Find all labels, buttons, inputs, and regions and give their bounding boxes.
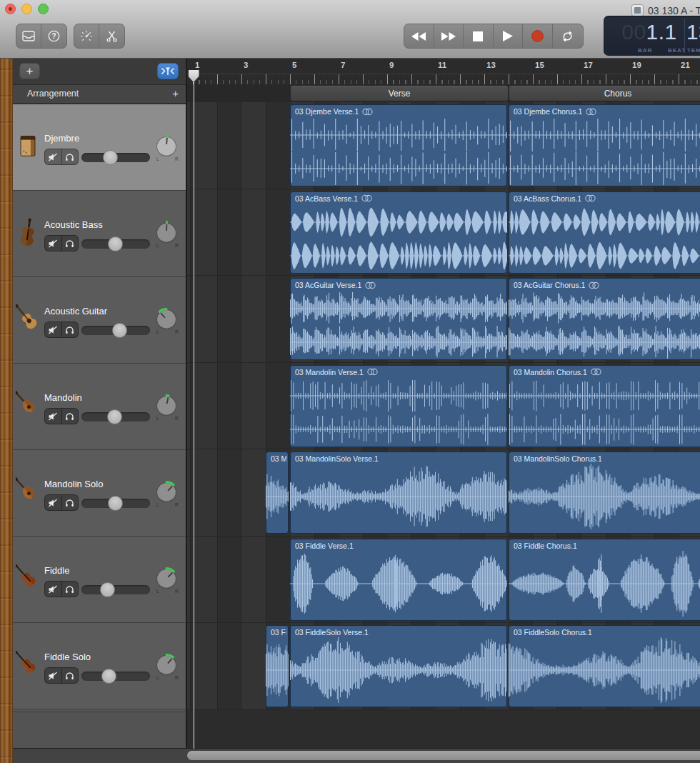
mute-button[interactable] bbox=[45, 322, 62, 337]
forward-icon bbox=[441, 32, 456, 41]
volume-slider[interactable] bbox=[81, 669, 150, 684]
tuner-button[interactable] bbox=[74, 24, 99, 48]
track-name: Djembre bbox=[44, 133, 79, 144]
forward-button[interactable] bbox=[434, 24, 464, 48]
arrangement-marker[interactable]: Verse bbox=[291, 86, 508, 101]
track-header[interactable]: Acoustic Bass L R bbox=[13, 191, 186, 277]
volume-slider[interactable] bbox=[81, 236, 150, 251]
mute-button[interactable] bbox=[45, 582, 62, 597]
track-name: Acoustic Bass bbox=[44, 219, 103, 230]
pan-knob[interactable]: L R bbox=[154, 307, 182, 337]
mute-solo-group bbox=[44, 149, 79, 165]
mute-button[interactable] bbox=[45, 236, 62, 251]
audio-region[interactable]: 03 Djembe Verse.1 bbox=[290, 104, 507, 186]
waveform-canvas bbox=[509, 152, 700, 185]
volume-slider[interactable] bbox=[81, 323, 150, 338]
waveform-canvas bbox=[290, 326, 507, 359]
audio-region[interactable]: 03 Fiddle Chorus.1 bbox=[509, 539, 700, 621]
svg-text:?: ? bbox=[51, 32, 56, 40]
audio-region[interactable]: 03 Mandolin Chorus.1 bbox=[509, 365, 700, 447]
rewind-button[interactable] bbox=[404, 24, 434, 48]
solo-button[interactable] bbox=[62, 236, 79, 251]
audio-region[interactable]: 03 FiddleSolo Verse.1 bbox=[290, 625, 507, 707]
record-button[interactable] bbox=[523, 24, 553, 48]
audio-region[interactable]: 03 MandolinSolo Chorus.1 bbox=[509, 452, 700, 534]
scissors-button[interactable] bbox=[99, 24, 124, 48]
audio-region[interactable]: 03 Fi bbox=[266, 625, 289, 707]
pan-knob[interactable]: L R bbox=[154, 653, 182, 683]
play-button[interactable] bbox=[494, 24, 524, 48]
lcd-display[interactable]: 001.1 BAR BEAT 130 TEMPO bbox=[604, 16, 700, 56]
pan-knob[interactable]: L R bbox=[154, 134, 182, 164]
audio-region[interactable]: 03 AcGuitar Verse.1 bbox=[290, 278, 507, 360]
solo-button[interactable] bbox=[62, 668, 79, 683]
zoom-button[interactable] bbox=[38, 4, 49, 14]
stop-button[interactable] bbox=[464, 24, 494, 48]
audio-region[interactable]: 03 FiddleSolo Chorus.1 bbox=[509, 625, 700, 707]
audio-region[interactable]: 03 AcGuitar Chorus.1 bbox=[509, 278, 700, 360]
volume-slider-thumb[interactable] bbox=[108, 236, 123, 251]
waveform-canvas bbox=[509, 464, 700, 529]
headphones-icon bbox=[65, 672, 74, 680]
volume-slider[interactable] bbox=[81, 496, 150, 511]
volume-slider-thumb[interactable] bbox=[100, 582, 115, 597]
library-button[interactable] bbox=[16, 24, 41, 48]
lcd-beat-label: BEAT bbox=[668, 47, 686, 54]
solo-button[interactable] bbox=[62, 149, 79, 164]
pan-knob[interactable]: L R bbox=[154, 221, 182, 251]
help-icon: ? bbox=[48, 30, 60, 42]
pan-knob[interactable]: L R bbox=[154, 567, 182, 597]
minimize-button[interactable] bbox=[21, 4, 32, 14]
ruler-ticks bbox=[187, 74, 700, 85]
svg-text:L: L bbox=[156, 675, 159, 680]
mute-button[interactable] bbox=[45, 668, 62, 683]
track-header[interactable]: Mandolin L R bbox=[13, 364, 186, 450]
track-header[interactable]: Fiddle L R bbox=[13, 537, 186, 623]
audio-region[interactable]: 03 Djembe Chorus.1 bbox=[509, 104, 700, 186]
track-header[interactable]: Djembre L R bbox=[13, 104, 186, 191]
volume-slider-thumb[interactable] bbox=[108, 496, 123, 511]
audio-region[interactable]: 03 AcBass Verse.1 bbox=[290, 191, 507, 274]
audio-region[interactable]: 03 AcBass Chorus.1 bbox=[509, 191, 700, 274]
audio-region[interactable]: 03 M bbox=[266, 452, 289, 534]
region-waveform bbox=[509, 365, 700, 447]
solo-button[interactable] bbox=[62, 495, 79, 510]
mute-button[interactable] bbox=[45, 409, 62, 424]
region-waveform bbox=[509, 191, 700, 274]
cycle-button[interactable] bbox=[553, 24, 583, 48]
add-track-button[interactable]: + bbox=[19, 63, 40, 79]
help-button[interactable]: ? bbox=[41, 24, 66, 48]
audio-region[interactable]: 03 MandolinSolo Verse.1 bbox=[290, 452, 507, 534]
mute-button[interactable] bbox=[45, 495, 62, 510]
svg-text:R: R bbox=[175, 243, 179, 248]
mute-solo-group bbox=[44, 581, 79, 597]
time-ruler[interactable]: 13579111315171921 bbox=[187, 59, 700, 84]
arrangement-add-button[interactable]: + bbox=[172, 87, 179, 99]
audio-region[interactable]: 03 Fiddle Verse.1 bbox=[290, 539, 507, 621]
track-header[interactable]: Acoustic Guitar L R bbox=[13, 277, 186, 364]
catch-playhead-button[interactable] bbox=[157, 63, 179, 79]
track-header[interactable]: Fiddle Solo L R bbox=[13, 623, 186, 709]
volume-slider-thumb[interactable] bbox=[112, 323, 127, 338]
volume-slider[interactable] bbox=[81, 150, 150, 165]
audio-region[interactable]: 03 Mandolin Verse.1 bbox=[290, 365, 507, 447]
pan-knob[interactable]: L R bbox=[154, 394, 182, 424]
track-name: Acoustic Guitar bbox=[44, 306, 107, 316]
close-button[interactable] bbox=[5, 4, 16, 14]
mute-icon bbox=[48, 239, 58, 248]
scrollbar-thumb[interactable] bbox=[187, 751, 700, 760]
volume-slider-thumb[interactable] bbox=[107, 409, 122, 424]
track-header[interactable]: Mandolin Solo L R bbox=[13, 450, 186, 537]
mute-button[interactable] bbox=[45, 149, 62, 164]
arrangement-track-header[interactable]: Arrangement + bbox=[13, 85, 186, 104]
volume-slider[interactable] bbox=[81, 409, 150, 424]
solo-button[interactable] bbox=[62, 322, 79, 337]
solo-button[interactable] bbox=[62, 582, 79, 597]
volume-slider-thumb[interactable] bbox=[103, 150, 118, 165]
volume-slider[interactable] bbox=[81, 582, 150, 597]
solo-button[interactable] bbox=[62, 409, 79, 424]
pan-knob[interactable]: L R bbox=[154, 480, 182, 510]
arrangement-marker[interactable]: Chorus bbox=[509, 86, 700, 101]
document-icon bbox=[631, 4, 644, 16]
volume-slider-thumb[interactable] bbox=[101, 669, 116, 684]
